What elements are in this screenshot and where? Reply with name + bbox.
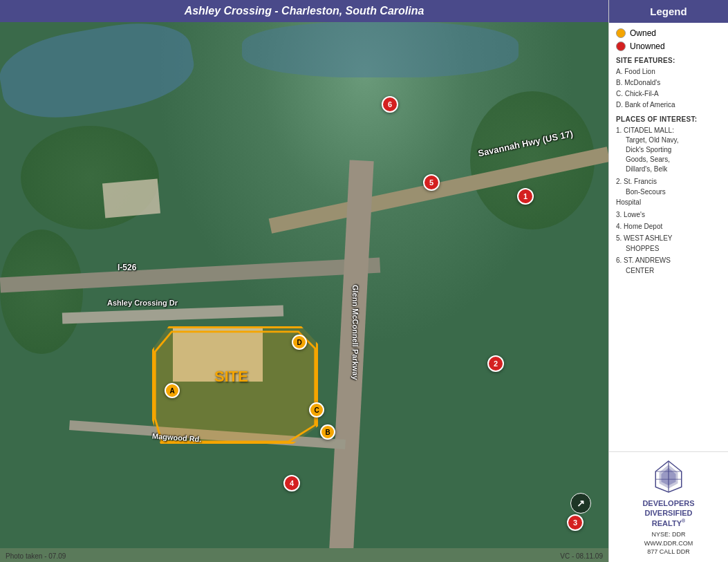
water-body-2: [242, 22, 519, 77]
ddr-logo-svg: [648, 458, 689, 496]
legend-unowned: Unowned: [616, 41, 721, 51]
poi-title: PLACES OF INTEREST:: [616, 115, 721, 123]
ashley-crossing-label: Ashley Crossing Dr: [107, 299, 178, 307]
marker-D[interactable]: D: [292, 335, 307, 350]
poi-2-sub: Bon-SecoursHospital: [616, 188, 666, 206]
company-info: NYSE: DDR WWW.DDR.COM 877 CALL DDR: [644, 530, 693, 556]
site-feature-d: D. Bank of America: [616, 100, 721, 110]
i526-label: I-526: [118, 263, 136, 272]
poi-5: 5. WEST ASHLEYSHOPPES: [616, 233, 721, 254]
aerial-map: SITE Savannah Hwy (US 17) I-526 Glenn Mc…: [0, 22, 608, 548]
marker-C[interactable]: C: [309, 402, 324, 418]
legend-owned: Owned: [616, 28, 721, 38]
unowned-dot: [616, 41, 626, 51]
site-feature-c: C. Chick-Fil-A: [616, 88, 721, 99]
site-features-title: SITE FEATURES:: [616, 57, 721, 64]
ashley-crossing-road: [62, 305, 283, 324]
marker-4[interactable]: 4: [283, 475, 300, 491]
marker-A[interactable]: A: [165, 383, 180, 398]
website-label: WWW.DDR.COM: [644, 539, 693, 548]
poi-list: 1. CITADEL MALL: Target, Old Navy,Dick's…: [616, 125, 721, 276]
compass: ↗: [570, 493, 591, 514]
poi-3: 3. Lowe's: [616, 209, 721, 220]
marker-B[interactable]: B: [320, 424, 335, 440]
legend-panel: Legend Owned Unowned SITE FEATURES: A. F…: [608, 0, 728, 562]
logo-section: DEVELOPERSDIVERSIFIEDREALTY® NYSE: DDR W…: [609, 451, 728, 562]
poi-6: 6. ST. ANDREWSCENTER: [616, 255, 721, 276]
photo-credit: Photo taken - 07.09: [6, 552, 66, 560]
map-title: Ashley Crossing - Charleston, South Caro…: [185, 5, 424, 17]
company-name: DEVELOPERSDIVERSIFIEDREALTY®: [642, 498, 694, 529]
marker-3[interactable]: 3: [567, 514, 584, 531]
site-feature-a: A. Food Lion: [616, 66, 721, 77]
site-feature-b: B. McDonald's: [616, 77, 721, 88]
poi-1-sub: Target, Old Navy,Dick's SportingGoods, S…: [616, 135, 721, 174]
legend-title: Legend: [609, 0, 728, 23]
map-title-bar: Ashley Crossing - Charleston, South Caro…: [0, 0, 608, 22]
vc-date: VC - 08.11.09: [560, 552, 603, 560]
legend-content: Owned Unowned SITE FEATURES: A. Food Lio…: [609, 23, 728, 451]
main-container: Ashley Crossing - Charleston, South Caro…: [0, 0, 728, 562]
legend-title-text: Legend: [650, 6, 687, 17]
marker-1[interactable]: 1: [517, 188, 534, 205]
site-features-list: A. Food Lion B. McDonald's C. Chick-Fil-…: [616, 66, 721, 110]
marker-2[interactable]: 2: [487, 355, 504, 372]
poi-4: 4. Home Depot: [616, 221, 721, 232]
owned-label: Owned: [630, 28, 656, 38]
unowned-label: Unowned: [630, 41, 665, 51]
site-label: SITE: [214, 368, 248, 386]
poi-1: 1. CITADEL MALL: Target, Old Navy,Dick's…: [616, 125, 721, 174]
marker-5[interactable]: 5: [423, 174, 440, 191]
owned-dot: [616, 28, 626, 38]
map-section: Ashley Crossing - Charleston, South Caro…: [0, 0, 608, 562]
water-body: [0, 22, 199, 128]
building-cluster-1: [102, 179, 160, 218]
call-label: 877 CALL DDR: [644, 547, 693, 556]
glenn-mcconnell-label: Glenn McConnell Parkway: [351, 285, 360, 380]
poi-2: 2. St. Francis Bon-SecoursHospital: [616, 176, 721, 207]
nyse-label: NYSE: DDR: [644, 530, 693, 539]
marker-6[interactable]: 6: [382, 96, 398, 113]
